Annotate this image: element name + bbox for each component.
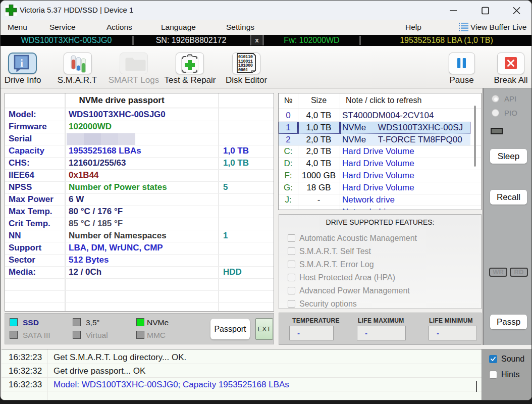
svg-text:i: i	[20, 58, 23, 69]
svg-text:0001: 0001	[238, 68, 248, 73]
